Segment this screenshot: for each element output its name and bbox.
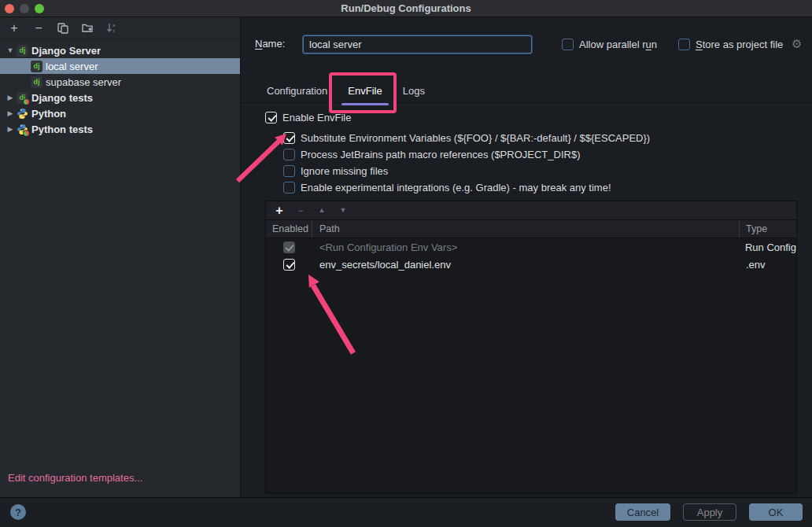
cancel-button[interactable]: Cancel	[615, 503, 670, 521]
column-header-enabled: Enabled	[266, 223, 312, 234]
checkbox-icon[interactable]	[283, 182, 295, 193]
svg-text:z: z	[113, 28, 115, 33]
svg-text:a: a	[113, 23, 116, 28]
label-text: ame:	[262, 38, 285, 50]
configuration-name-input[interactable]	[303, 35, 532, 53]
configurations-tree: ▼ dj Django Server dj local server dj su…	[0, 39, 240, 137]
chevron-right-icon[interactable]: ▶	[4, 94, 17, 101]
column-header-type: Type	[740, 223, 796, 234]
table-toolbar: + − ▲ ▼	[266, 201, 796, 219]
tree-item-python[interactable]: ▶ Python	[0, 105, 240, 121]
gear-icon[interactable]: ⚙	[792, 37, 802, 51]
checkbox-label: Substitute Environment Variables (${FOO}…	[301, 132, 650, 144]
django-tests-icon: dj	[17, 92, 28, 104]
table-row[interactable]: env_secrets/local_daniel.env .env	[266, 256, 796, 273]
chevron-right-icon[interactable]: ▶	[4, 125, 17, 133]
window-controls	[5, 4, 44, 13]
tree-item-django-tests[interactable]: ▶ dj Django tests	[0, 90, 240, 105]
run-debug-configurations-dialog: Run/Debug Configurations + − az ▼ dj Dja…	[0, 0, 812, 527]
name-row: Name: Allow parallel run Store as projec…	[242, 35, 812, 55]
tree-item-label: Python	[31, 108, 66, 120]
ok-button[interactable]: OK	[749, 503, 803, 521]
checkbox-icon[interactable]	[562, 39, 574, 50]
move-up-icon[interactable]: ▲	[316, 207, 327, 214]
column-header-path: Path	[312, 223, 740, 234]
apply-button[interactable]: Apply	[683, 503, 736, 521]
configuration-detail-pane: Name: Allow parallel run Store as projec…	[242, 17, 812, 497]
dialog-footer: ? Cancel Apply OK	[0, 497, 812, 527]
tree-item-label: local server	[46, 61, 98, 72]
ignore-missing-files-checkbox[interactable]: Ignore missing files	[283, 163, 388, 179]
label-mnemonic: S	[696, 39, 703, 50]
allow-parallel-run-checkbox[interactable]: Allow parallel run	[562, 39, 657, 50]
window-title: Run/Debug Configurations	[0, 2, 812, 14]
tree-item-label: supabase server	[46, 76, 121, 88]
store-as-project-file-checkbox[interactable]: Store as project file	[678, 39, 783, 50]
label-mnemonic: u	[646, 39, 651, 50]
checkbox-label: Allow parallel run	[579, 39, 657, 50]
remove-env-file-icon[interactable]: −	[295, 206, 306, 216]
checkbox-icon[interactable]	[283, 259, 295, 271]
configurations-sidebar: + − az ▼ dj Django Server dj local serve…	[0, 17, 241, 497]
django-icon: dj	[31, 61, 42, 72]
tree-item-django-server[interactable]: ▼ dj Django Server	[0, 42, 240, 58]
close-window-button[interactable]	[5, 4, 14, 13]
sidebar-toolbar: + − az	[0, 17, 240, 39]
checkbox-icon[interactable]	[283, 132, 295, 144]
footer-buttons: Cancel Apply OK	[615, 503, 803, 521]
tree-item-label: Django Server	[31, 45, 101, 57]
experimental-integrations-checkbox[interactable]: Enable experimental integrations (e.g. G…	[283, 179, 611, 195]
chevron-down-icon[interactable]: ▼	[4, 46, 17, 54]
path-cell: <Run Configuration Env Vars>	[312, 241, 739, 253]
checkbox-label: Store as project file	[696, 39, 783, 50]
tree-item-python-tests[interactable]: ▶ Python tests	[0, 121, 240, 137]
help-icon[interactable]: ?	[10, 504, 26, 520]
tree-item-supabase-server[interactable]: dj supabase server	[0, 74, 240, 90]
checkbox-label: Enable experimental integrations (e.g. G…	[301, 182, 611, 193]
django-icon: dj	[17, 45, 28, 57]
edit-configuration-templates-link[interactable]: Edit configuration templates...	[8, 472, 142, 484]
chevron-right-icon[interactable]: ▶	[4, 109, 17, 117]
process-path-macro-checkbox[interactable]: Process JetBrains path macro references …	[283, 146, 580, 162]
checkbox-label: Enable EnvFile	[282, 112, 351, 123]
table-header: Enabled Path Type	[266, 219, 796, 238]
minimize-window-button[interactable]	[20, 4, 29, 13]
tree-item-label: Python tests	[31, 123, 93, 135]
tree-item-local-server[interactable]: dj local server	[0, 58, 240, 74]
configuration-tabs: Configuration EnvFile Logs	[242, 79, 812, 105]
django-icon: dj	[31, 76, 42, 88]
tab-configuration[interactable]: Configuration	[259, 79, 335, 105]
checkbox-icon[interactable]	[283, 165, 295, 177]
enabled-cell	[266, 259, 312, 271]
add-env-file-icon[interactable]: +	[274, 205, 285, 217]
env-files-table: + − ▲ ▼ Enabled Path Type <Run Configura…	[265, 201, 797, 494]
label-text: tore as project file	[703, 39, 784, 50]
new-folder-icon[interactable]	[80, 21, 94, 35]
remove-configuration-icon[interactable]: −	[31, 21, 46, 35]
label-text: Allow parallel r	[579, 39, 646, 50]
label-text: n	[651, 39, 657, 50]
python-icon	[17, 108, 28, 120]
tab-envfile[interactable]: EnvFile	[340, 79, 389, 105]
tab-logs[interactable]: Logs	[395, 79, 433, 105]
table-row[interactable]: <Run Configuration Env Vars> Run Config	[266, 238, 796, 256]
enable-envfile-checkbox[interactable]: Enable EnvFile	[265, 109, 351, 125]
sort-alpha-icon[interactable]: az	[105, 21, 119, 35]
python-tests-icon	[17, 123, 28, 135]
checkbox-icon[interactable]	[283, 149, 295, 160]
name-label: Name:	[255, 38, 285, 50]
add-configuration-icon[interactable]: +	[7, 21, 21, 35]
title-bar: Run/Debug Configurations	[0, 0, 812, 17]
checkbox-icon	[283, 241, 295, 253]
substitute-env-vars-checkbox[interactable]: Substitute Environment Variables (${FOO}…	[283, 130, 650, 146]
enabled-cell	[266, 241, 312, 253]
checkbox-label: Process JetBrains path macro references …	[301, 149, 580, 160]
type-cell: Run Config	[739, 241, 796, 253]
type-cell: .env	[740, 259, 796, 271]
zoom-window-button[interactable]	[35, 4, 44, 13]
checkbox-label: Ignore missing files	[301, 165, 388, 177]
checkbox-icon[interactable]	[265, 112, 277, 123]
move-down-icon[interactable]: ▼	[338, 207, 349, 214]
checkbox-icon[interactable]	[678, 39, 690, 50]
copy-configuration-icon[interactable]	[56, 21, 70, 35]
